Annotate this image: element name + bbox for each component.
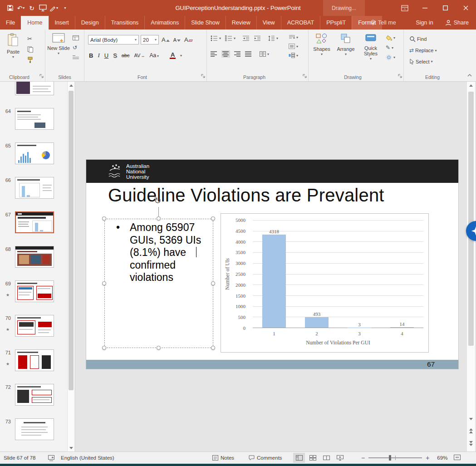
cut-button[interactable]: ✂ (27, 35, 34, 42)
canvas-scroll-up-button[interactable] (467, 82, 475, 89)
clipboard-dialog-launcher[interactable] (39, 73, 44, 79)
font-dialog-launcher[interactable] (201, 73, 205, 79)
thumb-scroll-up-button[interactable] (68, 82, 74, 89)
font-name-select[interactable]: Arial (Body)▾ (88, 35, 139, 44)
slide-counter[interactable]: Slide 67 of 78 (4, 452, 35, 464)
align-right-button[interactable] (234, 51, 241, 57)
convert-smartart-button[interactable]: ▾ (289, 53, 298, 58)
fit-to-window-button[interactable] (454, 455, 461, 461)
drawing-dialog-launcher[interactable] (398, 73, 402, 79)
clear-formatting-button[interactable]: A (184, 36, 192, 43)
arrange-button[interactable]: Arrange▾ (335, 33, 357, 57)
minimize-button[interactable] (415, 0, 435, 16)
canvas-scrollbar-thumb[interactable] (468, 92, 474, 346)
tab-view[interactable]: View (256, 16, 281, 29)
reading-view-button[interactable] (320, 453, 332, 463)
customize-qat-button[interactable]: ▾ (59, 0, 70, 16)
zoom-percentage[interactable]: 69% (433, 455, 447, 461)
paste-button-big[interactable]: Paste▾ (3, 33, 24, 60)
zoom-slider-handle[interactable] (389, 455, 391, 461)
start-slideshow-button[interactable] (37, 0, 48, 16)
slide-editor[interactable]: Australian National University Guideline… (86, 160, 458, 369)
select-button[interactable]: Select▾ (409, 59, 437, 64)
grow-font-button[interactable]: A (162, 36, 170, 43)
reset-slide-button[interactable]: ↺ (73, 44, 79, 51)
font-size-select[interactable]: 20▾ (141, 35, 159, 44)
resize-handle-w[interactable] (102, 281, 106, 285)
align-center-button[interactable] (221, 50, 230, 58)
tab-design[interactable]: Design (75, 16, 105, 29)
slide-thumbnail-71[interactable] (15, 349, 54, 371)
slide-thumbnail-69[interactable] (15, 280, 54, 302)
resize-handle-ne[interactable] (211, 216, 215, 221)
line-spacing-button[interactable]: ▾ (268, 35, 278, 41)
bullets-button[interactable]: ▾ (211, 35, 221, 41)
slide-thumbnail-partial[interactable] (15, 82, 54, 95)
resize-handle-e[interactable] (211, 281, 215, 285)
copy-button[interactable] (27, 46, 34, 53)
normal-view-button[interactable] (293, 453, 305, 463)
comments-button[interactable]: Comments (249, 452, 282, 464)
underline-button[interactable]: U (104, 52, 108, 59)
replace-button[interactable]: ⇄Replace▾ (409, 47, 437, 54)
align-left-button[interactable] (211, 51, 217, 57)
close-button[interactable] (456, 0, 476, 16)
resize-handle-nw[interactable] (102, 216, 106, 221)
resize-handle-s[interactable] (157, 346, 161, 350)
thumb-scrollbar-thumb[interactable] (69, 91, 74, 390)
resize-handle-n[interactable] (157, 216, 161, 221)
undo-button[interactable]: ↶ ▾ (15, 0, 26, 16)
canvas-scroll-down-button[interactable] (467, 415, 475, 422)
slide-thumbnail-64[interactable] (15, 108, 54, 130)
align-text-button[interactable]: ▾ (289, 44, 298, 49)
tab-ppsplit[interactable]: PPspliT (320, 16, 352, 29)
strikethrough-button[interactable]: abc (122, 53, 130, 58)
status-indicator-button[interactable] (48, 452, 55, 464)
slide-sorter-view-button[interactable] (307, 453, 319, 463)
slide-thumbnail-72[interactable] (15, 384, 54, 406)
thumbnail-scrollbar[interactable] (67, 82, 74, 451)
paragraph-dialog-launcher[interactable] (303, 73, 307, 79)
slide-thumbnail-73[interactable] (15, 418, 54, 440)
slide-thumbnail-67-selected[interactable] (15, 211, 54, 233)
slide-thumbnail-68[interactable] (15, 246, 54, 268)
notes-button[interactable]: Notes (212, 452, 234, 464)
change-case-button[interactable]: Aa▾ (149, 52, 159, 59)
zoom-out-button[interactable]: − (361, 454, 365, 461)
section-button[interactable] (73, 55, 79, 59)
character-spacing-button[interactable]: AV↔ (134, 53, 145, 58)
ribbon-display-options-button[interactable] (394, 0, 415, 16)
shapes-button[interactable]: Shapes▾ (310, 33, 333, 57)
find-button[interactable]: Find (409, 36, 437, 42)
font-color-caret-icon[interactable]: ▾ (180, 54, 182, 58)
format-painter-button[interactable] (27, 57, 34, 63)
tab-transitions[interactable]: Transitions (105, 16, 145, 29)
font-color-button[interactable]: A (170, 52, 176, 59)
slideshow-view-button[interactable] (334, 453, 346, 463)
quick-styles-button[interactable]: Quick Styles▾ (358, 33, 383, 62)
rotate-handle-icon[interactable]: ↻ (154, 195, 162, 206)
resize-handle-sw[interactable] (102, 346, 106, 350)
thumb-scroll-down-button[interactable] (68, 444, 74, 451)
shape-outline-button[interactable]: ✎▾ (386, 44, 395, 51)
maximize-button[interactable] (435, 0, 456, 16)
text-direction-button[interactable]: ▾ (289, 34, 298, 40)
tab-slide-show[interactable]: Slide Show (185, 16, 226, 29)
numbering-button[interactable]: ▾ (225, 35, 236, 41)
tab-insert[interactable]: Insert (49, 16, 75, 29)
share-button[interactable]: Share (445, 20, 469, 26)
slide-thumbnail-70[interactable] (15, 315, 54, 337)
new-slide-button[interactable]: New Slide▾ (47, 33, 70, 56)
increase-indent-button[interactable] (254, 35, 261, 41)
resize-handle-se[interactable] (211, 346, 215, 350)
italic-button[interactable]: I (98, 52, 99, 59)
text-shadow-button[interactable]: S (113, 52, 117, 59)
tab-review[interactable]: Review (226, 16, 256, 29)
tab-home[interactable]: Home (21, 16, 48, 29)
slide-layout-button[interactable] (73, 35, 79, 40)
decrease-indent-button[interactable] (242, 35, 250, 41)
slide-thumbnail-66[interactable] (15, 177, 54, 199)
redo-button[interactable]: ↻ (26, 0, 37, 16)
canvas-scrollbar[interactable] (466, 82, 475, 451)
columns-button[interactable]: ▾ (260, 51, 269, 57)
